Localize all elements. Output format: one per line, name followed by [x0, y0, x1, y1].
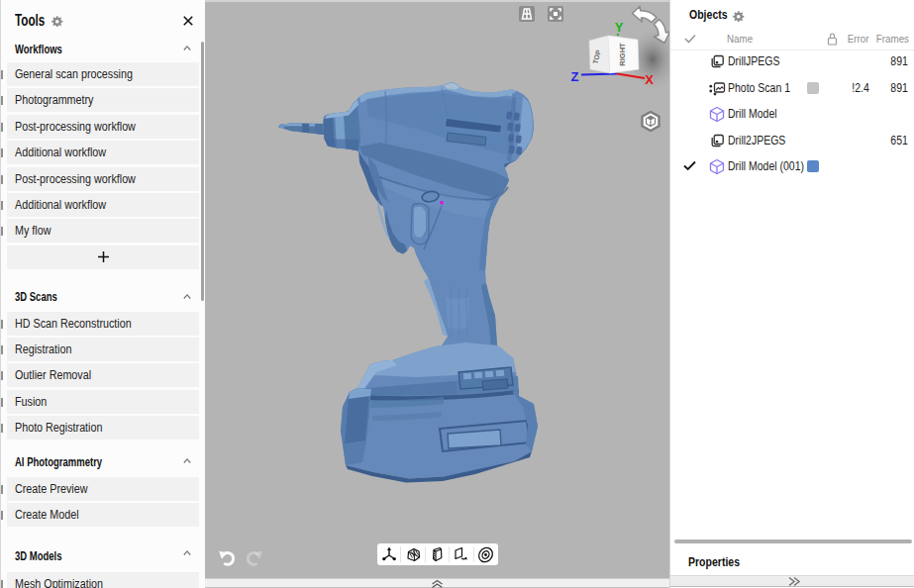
svg-text:RIGHT: RIGHT [618, 43, 627, 66]
svg-text:Z: Z [571, 69, 579, 84]
svg-text:Y: Y [615, 20, 624, 35]
svg-text:X: X [645, 72, 654, 87]
